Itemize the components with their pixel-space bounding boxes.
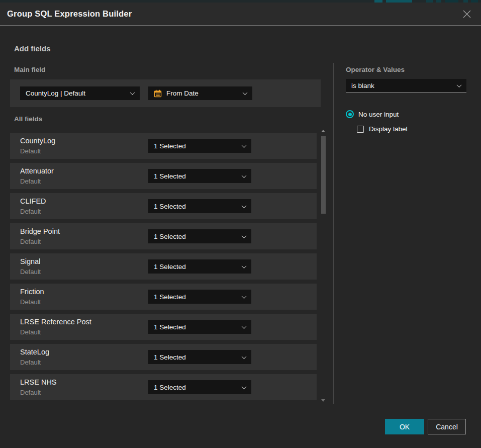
field-sublabel: Default [20,147,41,155]
chevron-down-icon [457,82,462,87]
chevron-down-icon [242,294,247,299]
chevron-down-icon [242,263,247,268]
field-name: Attenuator [20,167,54,175]
field-name: Signal [20,257,40,265]
field-selected-value: 1 Selected [154,353,238,361]
field-name: LRSE Reference Post [20,318,91,326]
no-user-input-option[interactable]: No user input [346,110,399,118]
scrollbar-up-arrow-icon[interactable] [321,130,325,132]
close-icon[interactable] [461,8,473,20]
operator-select-value: is blank [351,82,453,89]
dialog-header: Group SQL Expression Builder [0,3,481,26]
chevron-down-icon [243,90,248,95]
field-selected-value: 1 Selected [154,263,238,271]
field-row: LRSE NHS Default 1 Selected [10,374,317,400]
field-sublabel: Default [20,238,41,245]
field-row: Signal Default 1 Selected [10,253,317,280]
scrollbar-down-arrow-icon[interactable] [321,399,325,402]
add-fields-heading: Add fields [14,44,51,53]
field-selected-dropdown[interactable]: 1 Selected [148,199,251,213]
dialog-title: Group SQL Expression Builder [7,9,132,19]
field-selected-dropdown[interactable]: 1 Selected [148,259,251,274]
field-name: CountyLog [20,137,55,145]
checkbox-unchecked-icon[interactable] [357,126,364,133]
chevron-down-icon [242,173,247,178]
all-fields-label: All fields [14,115,42,123]
field-selected-dropdown[interactable]: 1 Selected [148,290,251,304]
field-sublabel: Default [20,268,41,276]
group-sql-expression-builder-dialog: Group SQL Expression Builder Add fields … [0,3,481,448]
field-selected-dropdown[interactable]: 1 Selected [148,139,251,153]
chevron-down-icon [242,384,247,389]
dialog-body: Add fields Main field CountyLog | Defaul… [0,26,481,448]
field-selected-value: 1 Selected [154,293,238,301]
field-name: StateLog [20,348,49,356]
operator-values-label: Operator & Values [346,66,405,73]
all-fields-list: CountyLog Default 1 Selected Attenuator … [10,133,317,404]
field-name: CLIFED [20,197,46,205]
layer-select-value: CountyLog | Default [26,89,127,97]
chevron-down-icon [242,143,247,148]
field-selected-dropdown[interactable]: 1 Selected [148,320,251,334]
main-field-label: Main field [14,66,45,73]
display-label-option[interactable]: Display label [357,125,408,133]
cancel-button[interactable]: Cancel [428,419,466,434]
field-selected-value: 1 Selected [154,233,238,240]
field-row: Friction Default 1 Selected [10,284,317,310]
field-name: Friction [20,288,44,296]
field-sublabel: Default [20,208,41,215]
main-field-select[interactable]: From Date [148,86,252,100]
field-selected-value: 1 Selected [154,172,238,180]
layer-select[interactable]: CountyLog | Default [20,86,140,100]
field-row: CountyLog Default 1 Selected [10,133,317,159]
main-field-container: CountyLog | Default From Date [10,79,321,107]
panel-divider [333,63,334,404]
field-selected-dropdown[interactable]: 1 Selected [148,169,251,183]
field-selected-value: 1 Selected [154,203,238,210]
field-sublabel: Default [20,177,41,185]
field-selected-dropdown[interactable]: 1 Selected [148,229,251,243]
field-row: Bridge Point Default 1 Selected [10,223,317,249]
scrollbar-thumb[interactable] [321,136,326,214]
field-name: Bridge Point [20,227,60,235]
chevron-down-icon [242,354,247,359]
field-row: LRSE Reference Post Default 1 Selected [10,314,317,340]
field-sublabel: Default [20,298,41,306]
chevron-down-icon [130,90,135,95]
field-sublabel: Default [20,389,41,396]
main-field-select-value: From Date [166,89,239,97]
field-row: CLIFED Default 1 Selected [10,193,317,219]
field-selected-value: 1 Selected [154,142,238,150]
ok-button[interactable]: OK [385,419,424,434]
operator-select[interactable]: is blank [346,79,466,93]
chevron-down-icon [242,203,247,208]
field-row: Attenuator Default 1 Selected [10,163,317,189]
field-name: LRSE NHS [20,378,57,386]
radio-selected-icon[interactable] [346,110,354,118]
calendar-icon [154,89,162,98]
field-sublabel: Default [20,328,41,336]
field-selected-dropdown[interactable]: 1 Selected [148,350,251,364]
chevron-down-icon [242,233,247,238]
no-user-input-label: No user input [358,111,399,118]
display-label-text: Display label [369,125,408,133]
field-row: StateLog Default 1 Selected [10,344,317,370]
field-selected-value: 1 Selected [154,384,238,391]
chevron-down-icon [242,324,247,329]
field-selected-dropdown[interactable]: 1 Selected [148,380,251,394]
field-sublabel: Default [20,359,41,366]
field-selected-value: 1 Selected [154,323,238,331]
